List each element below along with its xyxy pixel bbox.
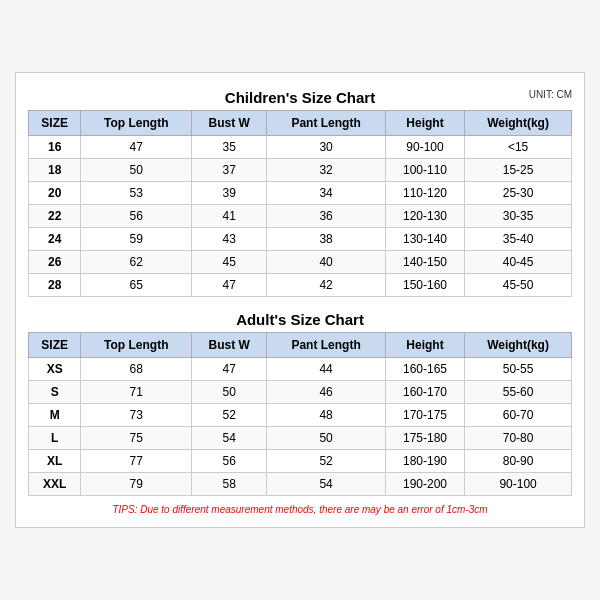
table-cell: 170-175 <box>385 404 464 427</box>
col-height: Height <box>385 111 464 136</box>
table-cell: 77 <box>81 450 192 473</box>
table-cell: 50 <box>81 159 192 182</box>
table-cell: 47 <box>192 358 267 381</box>
table-cell: 160-170 <box>385 381 464 404</box>
table-row: 26624540140-15040-45 <box>29 251 572 274</box>
table-cell: 16 <box>29 136 81 159</box>
table-cell: M <box>29 404 81 427</box>
table-cell: 53 <box>81 182 192 205</box>
table-cell: 30-35 <box>465 205 572 228</box>
table-cell: 70-80 <box>465 427 572 450</box>
table-cell: 35-40 <box>465 228 572 251</box>
table-cell: 50 <box>267 427 386 450</box>
table-row: M735248170-17560-70 <box>29 404 572 427</box>
table-cell: 73 <box>81 404 192 427</box>
adult-col-weight: Weight(kg) <box>465 333 572 358</box>
table-cell: 190-200 <box>385 473 464 496</box>
col-bust-w: Bust W <box>192 111 267 136</box>
col-top-length: Top Length <box>81 111 192 136</box>
table-cell: 65 <box>81 274 192 297</box>
table-cell: 110-120 <box>385 182 464 205</box>
table-cell: 79 <box>81 473 192 496</box>
table-cell: <15 <box>465 136 572 159</box>
table-cell: 80-90 <box>465 450 572 473</box>
table-row: 28654742150-16045-50 <box>29 274 572 297</box>
tips-text: TIPS: Due to different measurement metho… <box>28 504 572 515</box>
table-cell: 68 <box>81 358 192 381</box>
table-cell: 50-55 <box>465 358 572 381</box>
table-cell: 52 <box>267 450 386 473</box>
table-cell: 38 <box>267 228 386 251</box>
table-cell: 39 <box>192 182 267 205</box>
table-cell: 45 <box>192 251 267 274</box>
table-cell: 24 <box>29 228 81 251</box>
children-title: Children's Size Chart <box>225 89 375 106</box>
table-cell: 46 <box>267 381 386 404</box>
table-cell: 18 <box>29 159 81 182</box>
table-cell: 75 <box>81 427 192 450</box>
table-cell: 15-25 <box>465 159 572 182</box>
table-row: XXL795854190-20090-100 <box>29 473 572 496</box>
table-cell: 54 <box>192 427 267 450</box>
table-cell: 35 <box>192 136 267 159</box>
table-cell: 47 <box>81 136 192 159</box>
table-cell: 47 <box>192 274 267 297</box>
table-cell: 42 <box>267 274 386 297</box>
table-cell: 28 <box>29 274 81 297</box>
table-cell: 25-30 <box>465 182 572 205</box>
table-cell: L <box>29 427 81 450</box>
table-cell: 58 <box>192 473 267 496</box>
chart-container: Children's Size Chart UNIT: CM SIZE Top … <box>15 72 585 528</box>
table-cell: 40-45 <box>465 251 572 274</box>
adult-section-title: Adult's Size Chart <box>28 305 572 332</box>
table-row: 1647353090-100<15 <box>29 136 572 159</box>
adult-header-row: SIZE Top Length Bust W Pant Length Heigh… <box>29 333 572 358</box>
table-cell: 90-100 <box>385 136 464 159</box>
table-cell: 36 <box>267 205 386 228</box>
unit-label: UNIT: CM <box>529 89 572 100</box>
table-cell: 22 <box>29 205 81 228</box>
adult-title: Adult's Size Chart <box>236 311 364 328</box>
table-cell: 41 <box>192 205 267 228</box>
table-row: XL775652180-19080-90 <box>29 450 572 473</box>
table-cell: 59 <box>81 228 192 251</box>
table-cell: 130-140 <box>385 228 464 251</box>
table-cell: 100-110 <box>385 159 464 182</box>
table-cell: 54 <box>267 473 386 496</box>
col-weight: Weight(kg) <box>465 111 572 136</box>
adult-col-height: Height <box>385 333 464 358</box>
table-cell: XXL <box>29 473 81 496</box>
col-pant-length: Pant Length <box>267 111 386 136</box>
table-cell: 50 <box>192 381 267 404</box>
children-size-table: SIZE Top Length Bust W Pant Length Heigh… <box>28 110 572 297</box>
table-row: 20533934110-12025-30 <box>29 182 572 205</box>
table-cell: 90-100 <box>465 473 572 496</box>
table-cell: S <box>29 381 81 404</box>
table-cell: 34 <box>267 182 386 205</box>
table-cell: 140-150 <box>385 251 464 274</box>
table-cell: 32 <box>267 159 386 182</box>
table-cell: 37 <box>192 159 267 182</box>
adult-col-pant-length: Pant Length <box>267 333 386 358</box>
table-cell: 45-50 <box>465 274 572 297</box>
table-cell: 160-165 <box>385 358 464 381</box>
table-cell: 150-160 <box>385 274 464 297</box>
table-cell: 44 <box>267 358 386 381</box>
table-row: L755450175-18070-80 <box>29 427 572 450</box>
children-header-row: SIZE Top Length Bust W Pant Length Heigh… <box>29 111 572 136</box>
table-row: XS684744160-16550-55 <box>29 358 572 381</box>
table-cell: 55-60 <box>465 381 572 404</box>
table-cell: 30 <box>267 136 386 159</box>
table-row: 18503732100-11015-25 <box>29 159 572 182</box>
adult-col-bust-w: Bust W <box>192 333 267 358</box>
table-cell: 20 <box>29 182 81 205</box>
adult-col-top-length: Top Length <box>81 333 192 358</box>
table-row: 22564136120-13030-35 <box>29 205 572 228</box>
table-cell: XS <box>29 358 81 381</box>
table-cell: 120-130 <box>385 205 464 228</box>
table-cell: 52 <box>192 404 267 427</box>
table-cell: 62 <box>81 251 192 274</box>
table-cell: 180-190 <box>385 450 464 473</box>
col-size: SIZE <box>29 111 81 136</box>
table-row: S715046160-17055-60 <box>29 381 572 404</box>
